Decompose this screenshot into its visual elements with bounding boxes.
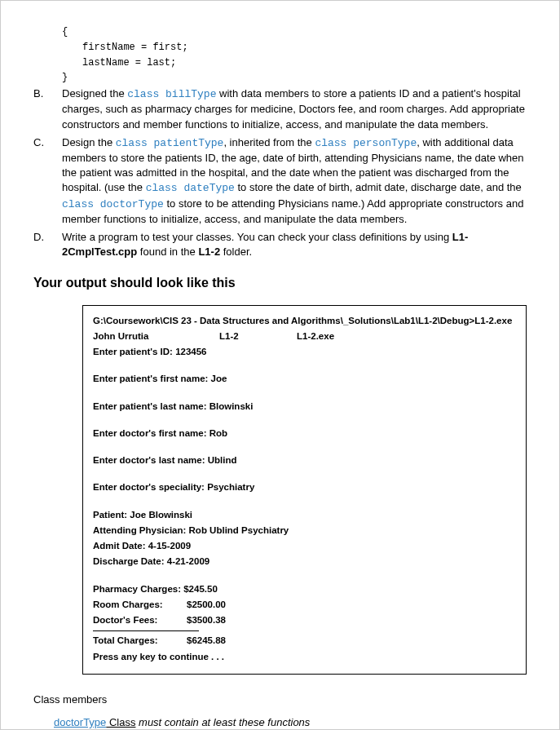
item-label-b: B. <box>33 86 62 132</box>
output-continue: Press any key to continue . . . <box>93 650 516 664</box>
output-pfirst: Enter patient's first name: Joe <box>93 372 516 386</box>
doctor-fees-label: Doctor's Fees: <box>93 613 187 627</box>
output-lab: L1-2 <box>219 330 297 343</box>
text: Design the <box>62 136 116 148</box>
text: , inherited from the <box>223 136 315 148</box>
keyword-class-billtype: class billType <box>127 88 216 100</box>
keyword-class-patienttype: class patientType <box>116 137 224 149</box>
divider-line <box>93 630 199 631</box>
output-pharmacy: Pharmacy Charges: $245.50 <box>93 582 516 596</box>
class-word: Class <box>106 716 135 728</box>
class-members-heading: Class members <box>33 692 535 707</box>
output-dspec: Enter doctor's speciality: Psychiatry <box>93 480 516 494</box>
output-exe: L1-2.exe <box>297 330 334 343</box>
output-doctor-fees: Doctor's Fees: $3500.38 <box>93 613 516 627</box>
output-plast: Enter patient's last name: Blowinski <box>93 400 516 414</box>
class-name-doctortype: doctorType <box>54 716 106 728</box>
output-header-line: John Urrutia L1-2 L1-2.exe <box>93 330 516 343</box>
text: Write a program to test your classes. Yo… <box>62 231 452 243</box>
output-room: Room Charges: $2500.00 <box>93 598 516 612</box>
item-label-c: C. <box>33 135 62 227</box>
list-item-b: B. Designed the class billType with data… <box>33 86 535 132</box>
output-admit: Admit Date: 4-15-2009 <box>93 539 516 553</box>
output-total: Total Charges: $6245.88 <box>93 634 516 648</box>
item-content-d: Write a program to test your classes. Yo… <box>62 230 535 259</box>
item-label-d: D. <box>33 230 62 259</box>
doctor-fees-value: $3500.38 <box>187 613 226 627</box>
output-dlast: Enter doctor's last name: Ublind <box>93 453 516 467</box>
output-patient: Patient: Joe Blowinski <box>93 508 516 522</box>
code-line-2: lastName = last; <box>82 56 535 70</box>
code-line-1: firstName = first; <box>82 41 535 55</box>
keyword-class-persontype: class personType <box>315 137 417 149</box>
total-value: $6245.88 <box>187 634 226 648</box>
keyword-class-datetype: class dateType <box>146 182 235 194</box>
text: folder. <box>220 246 252 258</box>
list-item-d: D. Write a program to test your classes.… <box>33 230 535 259</box>
code-brace-close: } <box>62 71 535 85</box>
item-content-c: Design the class patientType, inherited … <box>62 135 535 227</box>
output-discharge: Discharge Date: 4-21-2009 <box>93 555 516 569</box>
output-id: Enter patient's ID: 123456 <box>93 345 516 359</box>
ref-folder: L1-2 <box>198 246 220 258</box>
output-path: G:\Coursework\CIS 23 - Data Structures a… <box>93 314 516 328</box>
output-box: G:\Coursework\CIS 23 - Data Structures a… <box>82 305 527 675</box>
text: Designed the <box>62 87 127 100</box>
text: to store the date of birth, admit date, … <box>235 181 522 193</box>
code-brace-open: { <box>62 25 535 39</box>
doctortype-class-heading: doctorType Class must contain at least t… <box>54 715 535 730</box>
output-heading: Your output should look like this <box>33 274 535 292</box>
room-label: Room Charges: <box>93 598 187 612</box>
keyword-class-doctortype: class doctorType <box>62 198 164 210</box>
class-desc: must contain at least these functions <box>135 716 310 728</box>
output-dfirst: Enter doctor's first name: Rob <box>93 427 516 440</box>
text: found in the <box>137 246 198 258</box>
list-item-c: C. Design the class patientType, inherit… <box>33 135 535 227</box>
total-label: Total Charges: <box>93 634 187 648</box>
room-value: $2500.00 <box>187 598 226 612</box>
item-content-b: Designed the class billType with data me… <box>62 86 535 132</box>
output-name: John Urrutia <box>93 330 219 343</box>
output-physician: Attending Physician: Rob Ublind Psychiat… <box>93 524 516 538</box>
